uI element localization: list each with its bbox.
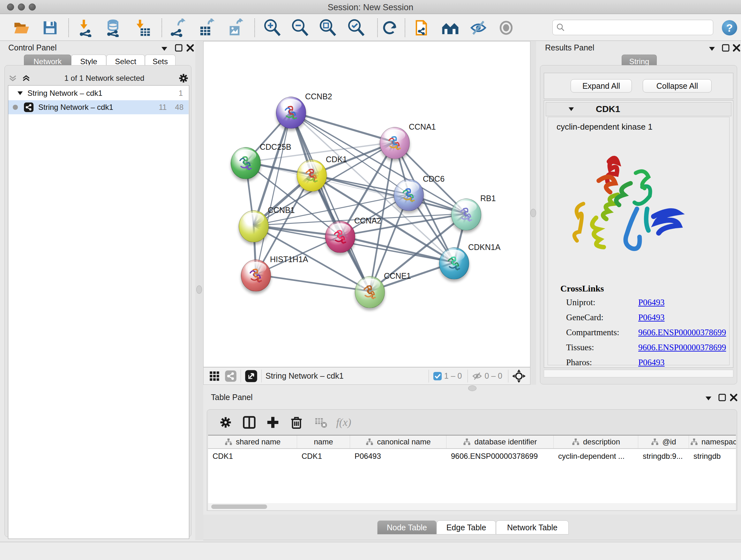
column-header-id[interactable]: @id — [638, 435, 689, 448]
section-collapse-icon[interactable] — [567, 105, 576, 113]
show-all-button[interactable] — [495, 17, 517, 38]
refresh-button[interactable] — [379, 17, 400, 38]
column-header-canonicalname[interactable]: canonical name — [350, 435, 447, 448]
column-header-databaseidentifier[interactable]: database identifier — [447, 435, 554, 448]
left-splitter-handle[interactable] — [196, 286, 202, 294]
network-icon-gray[interactable] — [225, 370, 237, 382]
table-horizontal-scrollbar[interactable] — [208, 503, 736, 510]
create-column-button[interactable] — [264, 414, 281, 431]
grid-view-icon[interactable] — [209, 370, 220, 382]
close-panel-icon[interactable] — [186, 44, 195, 52]
network-node-CDKN1A[interactable] — [439, 247, 469, 279]
float-panel-icon[interactable] — [706, 45, 718, 52]
results-horizontal-scrollbar[interactable] — [544, 370, 733, 377]
column-header-name[interactable]: name — [297, 435, 350, 448]
collapse-all-icon[interactable] — [8, 73, 17, 83]
table-cell[interactable]: cyclin-dependent ... — [554, 449, 638, 463]
bottom-splitter-handle[interactable] — [468, 385, 476, 391]
help-button[interactable]: ? — [722, 20, 737, 36]
float-panel-icon[interactable] — [703, 395, 714, 401]
network-tree-row[interactable]: String Network – cdk1 11 48 — [8, 100, 189, 114]
table-cell[interactable]: stringdb:9... — [638, 449, 689, 463]
hide-selected-button[interactable] — [468, 17, 489, 38]
network-node-CCNE1[interactable] — [355, 276, 385, 308]
network-node-RB1[interactable] — [451, 199, 481, 231]
network-node-HIST1H1A[interactable] — [241, 260, 271, 292]
close-panel-icon[interactable] — [729, 393, 738, 402]
show-columns-button[interactable] — [241, 414, 258, 431]
maximize-panel-icon[interactable] — [174, 44, 183, 52]
network-collection-label: String Network – cdk1 — [27, 89, 179, 98]
close-panel-icon[interactable] — [732, 44, 741, 52]
column-header-namespace[interactable]: namespace — [689, 435, 736, 448]
table-settings-button[interactable] — [217, 414, 234, 431]
function-builder-button[interactable]: f(x) — [335, 414, 352, 431]
gene-section-header[interactable]: CDK1 — [546, 102, 731, 116]
tab-network-table[interactable]: Network Table — [496, 520, 569, 535]
delete-column-button[interactable] — [288, 414, 305, 431]
network-node-CDC6[interactable] — [394, 179, 424, 211]
crosslink-link[interactable]: 9606.ENSP00000378699 — [638, 343, 726, 353]
network-node-CCNA1[interactable] — [380, 127, 410, 159]
export-table-button[interactable] — [196, 17, 217, 38]
gear-icon[interactable] — [178, 72, 189, 84]
open-session-button[interactable] — [11, 17, 32, 38]
zoom-out-button[interactable] — [289, 17, 311, 38]
column-header-sharedname[interactable]: shared name — [208, 435, 297, 448]
right-splitter[interactable] — [530, 41, 536, 392]
crosslink-link[interactable]: P06493 — [638, 298, 665, 307]
float-panel-icon[interactable] — [159, 45, 170, 52]
import-table-button[interactable] — [132, 17, 153, 38]
crosslink-link[interactable]: P06493 — [638, 358, 665, 368]
tab-edge-table[interactable]: Edge Table — [436, 520, 496, 535]
network-edge-CCNB2-CCNE1[interactable] — [291, 112, 370, 291]
column-scope-icon — [571, 438, 580, 446]
zoom-in-button[interactable] — [262, 17, 283, 38]
table-cell[interactable]: P06493 — [350, 449, 447, 463]
network-edge-HIST1H1A-CCNE1[interactable] — [256, 274, 370, 291]
table-cell[interactable]: CDK1 — [208, 449, 297, 463]
export-network-button[interactable] — [166, 17, 188, 38]
export-image-button[interactable] — [224, 17, 246, 38]
tree-collapse-icon[interactable] — [16, 89, 24, 98]
control-panel-title: Control Panel — [8, 43, 57, 52]
fit-content-crosshair-icon[interactable] — [512, 369, 526, 383]
import-network-database-button[interactable] — [103, 17, 124, 38]
left-splitter[interactable] — [195, 41, 203, 540]
table-cell[interactable]: stringdb — [689, 449, 736, 463]
column-header-description[interactable]: description — [554, 435, 638, 448]
table-cell[interactable]: CDK1 — [297, 449, 350, 463]
crosslink-link[interactable]: 9606.ENSP00000378699 — [638, 327, 726, 337]
network-tree-root-row[interactable]: String Network – cdk1 1 — [8, 86, 189, 100]
share-session-button[interactable] — [412, 17, 433, 38]
network-node-CDC25B[interactable] — [231, 147, 261, 179]
collapse-all-button[interactable]: Collapse All — [643, 79, 712, 92]
import-network-file-button[interactable] — [76, 17, 97, 38]
crosslink-link[interactable]: P06493 — [638, 313, 665, 322]
network-node-CCNA2[interactable] — [325, 221, 355, 253]
network-node-CCNB1[interactable] — [239, 210, 269, 242]
save-session-button[interactable] — [40, 17, 61, 38]
network-node-CCNB2[interactable] — [276, 97, 306, 129]
selected-checkbox-icon[interactable] — [433, 371, 442, 381]
hidden-eye-icon[interactable] — [472, 371, 482, 381]
detach-view-icon[interactable] — [245, 370, 258, 382]
expand-all-button[interactable]: Expand All — [570, 79, 632, 92]
string-home-button[interactable] — [440, 17, 461, 38]
table-cell[interactable]: 9606.ENSP00000378699 — [447, 449, 554, 463]
clear-table-button[interactable] — [312, 414, 329, 431]
zoom-fit-button[interactable] — [317, 17, 338, 38]
zoom-selected-button[interactable] — [346, 17, 367, 38]
table-scrollbar-thumb[interactable] — [211, 504, 267, 509]
network-node-CDK1[interactable] — [297, 160, 327, 192]
right-splitter-handle[interactable] — [530, 209, 536, 217]
maximize-panel-icon[interactable] — [718, 393, 727, 402]
table-row[interactable]: CDK1CDK1P064939606.ENSP00000378699cyclin… — [208, 449, 736, 463]
network-view-canvas[interactable]: CCNB2CCNA1CDC25BCDK1CDC6RB1CCNB1CCNA2CDK… — [203, 41, 530, 367]
search-box[interactable] — [552, 20, 713, 35]
maximize-panel-icon[interactable] — [721, 44, 730, 52]
tab-node-table[interactable]: Node Table — [377, 520, 436, 535]
search-input[interactable] — [569, 20, 713, 35]
expand-all-icon[interactable] — [21, 73, 31, 83]
network-edge-CCNA2-CDKN1A[interactable] — [340, 236, 454, 262]
